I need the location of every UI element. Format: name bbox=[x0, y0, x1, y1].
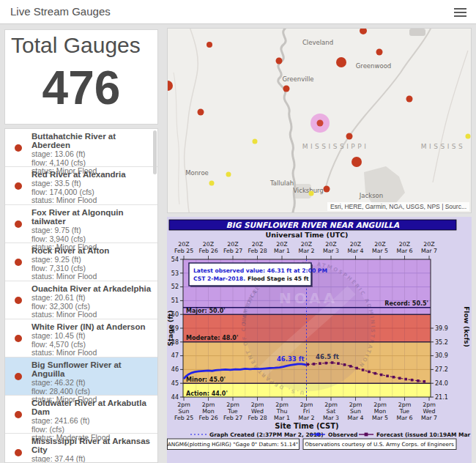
gauge-map-dot[interactable] bbox=[336, 57, 346, 67]
svg-text:Mar 6: Mar 6 bbox=[396, 248, 412, 254]
svg-text:39.9: 39.9 bbox=[435, 325, 448, 332]
app-title: Live Stream Gauges bbox=[10, 5, 111, 18]
svg-text:Feb 28: Feb 28 bbox=[248, 415, 267, 421]
svg-text:Wed: Wed bbox=[251, 408, 264, 415]
svg-text:Mar 1: Mar 1 bbox=[274, 415, 290, 421]
svg-text:21.1: 21.1 bbox=[435, 394, 448, 401]
gauge-map-dot[interactable] bbox=[376, 49, 383, 56]
point-label: 46.33 ft bbox=[277, 355, 305, 363]
gauge-map-dot[interactable] bbox=[352, 157, 362, 167]
svg-text:24.0: 24.0 bbox=[435, 380, 448, 387]
svg-text:Tue: Tue bbox=[399, 408, 410, 415]
gauge-list-item[interactable]: Mississippi River at Arkansas Citystage:… bbox=[5, 434, 157, 463]
gauge-detail: status: Minor Flood bbox=[31, 196, 153, 205]
gauge-map-dot[interactable] bbox=[253, 139, 258, 144]
gauge-detail: stage: 241.66 (ft) bbox=[31, 417, 153, 426]
gauge-name: Rock River at Afton bbox=[31, 246, 153, 255]
map-attribution: Esri, HERE, Garmin, NGA, USGS, NPS | Sou… bbox=[327, 202, 469, 211]
svg-text:CST 2-Mar-2018.Flood Stage is: CST 2-Mar-2018.Flood Stage is 45 ft bbox=[193, 275, 309, 282]
svg-text:Site Time (CST): Site Time (CST) bbox=[275, 422, 338, 430]
svg-text:Sun: Sun bbox=[179, 408, 190, 415]
gauge-status-dot bbox=[15, 297, 22, 304]
gauge-map-dot[interactable] bbox=[346, 133, 353, 140]
svg-text:2pm: 2pm bbox=[300, 401, 313, 408]
svg-text:Mar 5: Mar 5 bbox=[372, 415, 388, 421]
total-gauges-card: Total Gauges 476 bbox=[4, 29, 158, 125]
gauge-name: Big Sunflower River at Anguilla bbox=[31, 360, 153, 378]
svg-text:Mar 3: Mar 3 bbox=[323, 248, 339, 254]
svg-text:NOAA: NOAA bbox=[279, 289, 338, 307]
gauge-list-item[interactable]: Fox River at Algonquin tailwaterstage: 9… bbox=[5, 205, 157, 243]
gauge-list-item[interactable]: Red River at Alexandriastage: 33.5 (ft)f… bbox=[5, 167, 157, 205]
svg-text:Universal Time (UTC): Universal Time (UTC) bbox=[266, 231, 349, 239]
svg-text:Mar 5: Mar 5 bbox=[372, 248, 388, 254]
point-label: 46.5 ft bbox=[316, 353, 339, 360]
gauge-list-item[interactable]: White River (IN) at Andersonstage: 10.45… bbox=[5, 319, 157, 358]
svg-text:54: 54 bbox=[171, 256, 179, 263]
gauge-list: Buttahatchie River at Aberdeenstage: 13.… bbox=[4, 128, 158, 463]
gauge-list-item[interactable]: Coldwater River at Arkabutla Damstage: 2… bbox=[5, 396, 157, 434]
svg-text:20Z: 20Z bbox=[374, 241, 385, 248]
svg-text:Mar 2: Mar 2 bbox=[298, 248, 314, 254]
gauge-name: Mississippi River at Arkansas City bbox=[31, 437, 153, 454]
map-panel[interactable]: MISSISSIPPIMISSISSClevelandGreenwoodGree… bbox=[167, 28, 472, 213]
svg-text:2pm: 2pm bbox=[275, 401, 289, 408]
hamburger-menu-icon[interactable] bbox=[454, 8, 466, 17]
gauge-map-dot[interactable] bbox=[324, 186, 330, 193]
gauge-rows: Buttahatchie River at Aberdeenstage: 13.… bbox=[5, 129, 157, 463]
zone-label: Major: 50.0' bbox=[186, 308, 226, 314]
basemap[interactable]: MISSISSIPPIMISSISSClevelandGreenwoodGree… bbox=[168, 29, 472, 213]
gauge-list-item[interactable]: Buttahatchie River at Aberdeenstage: 13.… bbox=[5, 129, 157, 167]
svg-text:Mar 4: Mar 4 bbox=[347, 415, 363, 421]
svg-text:Observations courtesy of U.S.: Observations courtesy of U.S. Army Corps… bbox=[305, 441, 454, 448]
gauge-map-dot[interactable] bbox=[226, 172, 231, 177]
svg-text:Latest observed value: 46.31 f: Latest observed value: 46.31 ft at 2:00 … bbox=[193, 267, 327, 274]
gauge-name: White River (IN) at Anderson bbox=[31, 322, 153, 331]
svg-text:BIG SUNFLOWER RIVER NEAR ANGUI: BIG SUNFLOWER RIVER NEAR ANGUILLA bbox=[226, 221, 400, 229]
svg-text:Mar 2: Mar 2 bbox=[298, 415, 314, 421]
svg-text:Observed: Observed bbox=[328, 431, 357, 438]
selected-gauge-dot[interactable] bbox=[317, 120, 324, 127]
gauge-name: Ouachita River at Arkadelphia bbox=[31, 284, 153, 293]
gauge-name: Coldwater River at Arkabutla Dam bbox=[31, 399, 153, 416]
svg-text:Feb 25: Feb 25 bbox=[174, 415, 193, 421]
zone-label: Moderate: 48.0' bbox=[186, 335, 238, 341]
svg-text:30.9: 30.9 bbox=[435, 352, 448, 359]
list-scrollbar[interactable] bbox=[153, 130, 157, 174]
gauge-detail: stage: 20.61 (ft) bbox=[31, 294, 153, 303]
gauge-map-dot[interactable] bbox=[466, 134, 471, 139]
svg-text:Mon: Mon bbox=[374, 408, 386, 415]
svg-text:53: 53 bbox=[171, 270, 179, 277]
gauge-detail: stage: 33.5 (ft) bbox=[31, 179, 153, 188]
gauge-map-dot[interactable] bbox=[283, 86, 290, 92]
gauge-list-item[interactable]: Ouachita River at Arkadelphiastage: 20.6… bbox=[5, 281, 157, 319]
gauge-status-dot bbox=[15, 335, 22, 342]
svg-text:Wed: Wed bbox=[423, 408, 436, 415]
state-label: MISSISS bbox=[421, 143, 465, 150]
svg-text:Forecast (issued 10:19AM Mar 2: Forecast (issued 10:19AM Mar 2) bbox=[376, 431, 472, 438]
gauge-name: Red River at Alexandria bbox=[31, 170, 153, 179]
svg-text:20Z: 20Z bbox=[423, 241, 434, 248]
gauge-status-dot bbox=[15, 449, 22, 456]
gauge-map-dot[interactable] bbox=[207, 42, 212, 48]
gauge-map-dot[interactable] bbox=[198, 109, 204, 116]
svg-text:Feb 26: Feb 26 bbox=[198, 415, 217, 421]
gauge-list-item[interactable]: Rock River at Aftonstage: 9.25 (ft)flow:… bbox=[5, 243, 157, 281]
total-gauges-value: 476 bbox=[5, 61, 157, 115]
zone-label: Minor: 45.0' bbox=[186, 377, 226, 383]
gauge-list-item[interactable]: Big Sunflower River at Anguillastage: 46… bbox=[5, 358, 157, 396]
svg-text:Sun: Sun bbox=[350, 408, 361, 415]
gauge-map-dot[interactable] bbox=[209, 181, 215, 186]
svg-text:2pm: 2pm bbox=[202, 401, 215, 408]
gauge-map-dot[interactable] bbox=[406, 96, 413, 103]
svg-text:20Z: 20Z bbox=[178, 241, 189, 248]
gauge-name: Fox River at Algonquin tailwater bbox=[31, 208, 153, 226]
gauge-detail: status: Minor Flood bbox=[31, 349, 153, 358]
gauge-detail: stage: 37.44 (ft) bbox=[31, 455, 153, 463]
gauge-status-dot bbox=[15, 373, 22, 380]
gauge-map-dot[interactable] bbox=[309, 191, 314, 196]
gauge-map-dot[interactable] bbox=[276, 58, 283, 64]
total-gauges-label: Total Gauges bbox=[11, 33, 141, 58]
gauge-status-dot bbox=[15, 144, 22, 152]
gauge-status-dot bbox=[15, 182, 22, 190]
